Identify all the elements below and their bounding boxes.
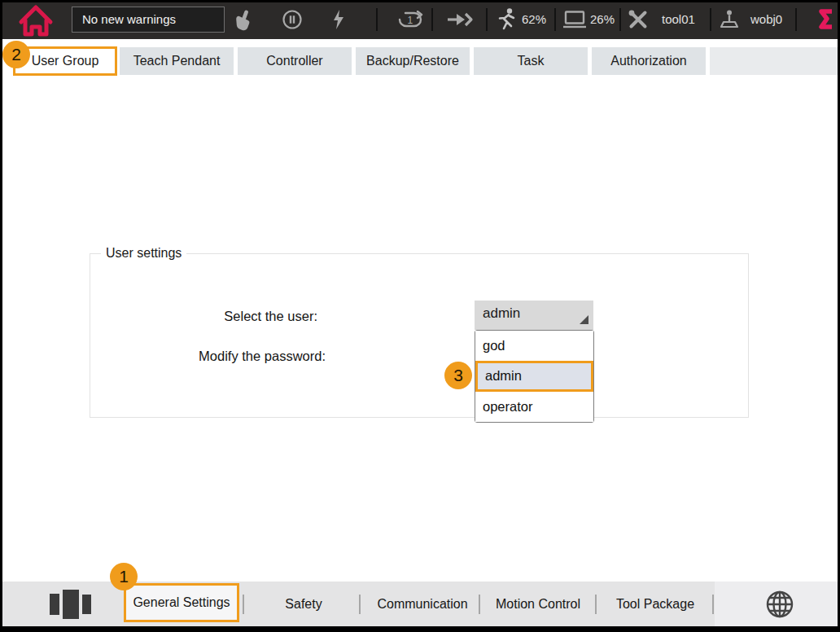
annotation-step-2-badge: 2	[2, 41, 30, 68]
dropdown-option-god[interactable]: god	[475, 331, 593, 361]
tab-backup-restore[interactable]: Backup/Restore	[356, 47, 470, 75]
home-icon[interactable]	[18, 3, 54, 37]
bottom-separator	[479, 595, 480, 614]
tab-strip-filler	[710, 47, 838, 75]
bottom-nav-general-settings[interactable]: General Settings	[124, 583, 239, 622]
topbar-separator	[486, 8, 488, 31]
dropdown-option-admin[interactable]: admin	[475, 361, 593, 392]
settings-tab-strip: User Group Teach Pendant Controller Back…	[2, 39, 838, 78]
dropdown-corner-arrow-icon	[580, 315, 588, 324]
dropdown-option-operator[interactable]: operator	[475, 392, 593, 422]
annotation-step-1-badge: 1	[110, 563, 138, 590]
screen-icon[interactable]	[562, 10, 587, 29]
globe-icon[interactable]	[764, 589, 795, 620]
user-settings-groupbox	[90, 253, 749, 418]
warning-status-box[interactable]: No new warnings	[72, 7, 225, 33]
pause-icon[interactable]	[282, 9, 303, 30]
bottom-nav-communication[interactable]: Communication	[365, 582, 479, 626]
select-user-label: Select the user:	[147, 309, 317, 324]
user-dropdown-list: god admin operator	[475, 330, 594, 423]
bottom-separator	[243, 595, 244, 614]
hand-jog-icon[interactable]	[233, 9, 254, 32]
user-settings-group-title: User settings	[101, 246, 186, 261]
bottom-separator	[359, 595, 361, 614]
annotation-step-3-badge: 3	[444, 362, 472, 389]
top-status-bar: No new warnings 1 62% 26%	[0, 0, 840, 39]
svg-text:1: 1	[408, 15, 413, 26]
screen-percent-value: 26%	[590, 12, 615, 26]
topbar-separator	[554, 8, 556, 31]
workobject-value: wobj0	[750, 12, 782, 26]
modify-password-label: Modify the password:	[147, 349, 326, 364]
tab-authorization[interactable]: Authorization	[592, 47, 706, 75]
run-speed-icon[interactable]	[496, 7, 518, 32]
robot-arm-icon[interactable]	[816, 8, 835, 31]
tab-teach-pendant[interactable]: Teach Pendant	[120, 47, 234, 75]
bottom-nav-motion-control[interactable]: Motion Control	[487, 582, 589, 626]
topbar-separator	[710, 8, 711, 31]
loop-once-icon[interactable]: 1	[397, 11, 423, 30]
jog-speed-value: 62%	[522, 12, 546, 26]
joystick-icon[interactable]	[719, 9, 740, 30]
bottom-nav-safety[interactable]: Safety	[263, 582, 344, 626]
tab-task[interactable]: Task	[474, 47, 588, 75]
step-forward-icon[interactable]	[446, 11, 475, 28]
tool-name-value: tool01	[662, 12, 695, 26]
bottom-separator	[712, 595, 714, 614]
topbar-separator	[619, 8, 621, 31]
tools-icon[interactable]	[628, 9, 649, 30]
user-select-dropdown-value: admin	[483, 305, 520, 322]
tab-controller[interactable]: Controller	[238, 47, 352, 75]
topbar-separator	[376, 8, 378, 31]
topbar-separator	[795, 8, 797, 31]
power-bolt-icon[interactable]	[330, 9, 347, 30]
topbar-separator	[431, 8, 433, 31]
bottom-separator	[595, 595, 597, 614]
bottom-nav-tool-package[interactable]: Tool Package	[606, 582, 704, 626]
user-select-dropdown[interactable]: admin	[475, 301, 593, 330]
columns-menu-icon[interactable]	[48, 588, 94, 621]
